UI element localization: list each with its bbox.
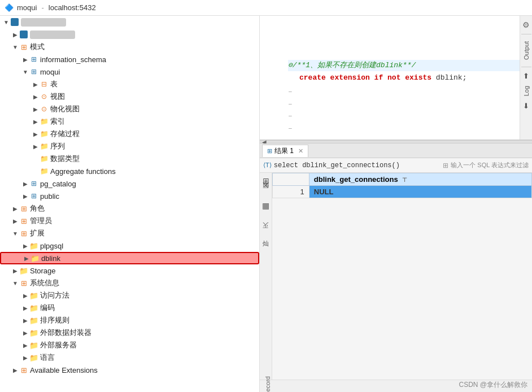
tree-label-admins: 管理员 bbox=[30, 216, 52, 226]
tree-item-fdw[interactable]: ▶ 📁 外部数据封装器 bbox=[0, 326, 259, 339]
record-bar: Record bbox=[260, 380, 532, 392]
tree-item-procs[interactable]: ▶ 📁 存储过程 bbox=[0, 128, 259, 140]
output-tab[interactable]: Output bbox=[522, 39, 531, 62]
roles-arrow: ▶ bbox=[11, 204, 19, 212]
table-row[interactable]: 1 NULL bbox=[273, 186, 532, 198]
tree-label-fdw: 外部数据封装器 bbox=[40, 328, 91, 338]
tree-item-aggfuncs[interactable]: ▶ 📁 Aggregate functions bbox=[0, 165, 259, 177]
tree-item-moqui[interactable]: ▼ ⊞ moqui bbox=[0, 66, 259, 78]
settings-icon[interactable]: ⚙ bbox=[522, 20, 530, 29]
sysinfo-arrow: ▼ bbox=[11, 279, 19, 287]
procs-icon: 📁 bbox=[40, 129, 49, 138]
tree-item-avail-ext[interactable]: ▶ ⊞ Available Extensions bbox=[0, 364, 259, 376]
download-icon[interactable]: ⬇ bbox=[523, 102, 529, 110]
app-icon: 🔷 bbox=[5, 3, 14, 12]
datatypes-icon: 📁 bbox=[40, 154, 49, 163]
tree-item-sysinfo[interactable]: ▼ ⊞ 系统信息 bbox=[0, 277, 259, 289]
result-tab-1[interactable]: ⊞ 结果 1 ✕ bbox=[262, 145, 308, 157]
sql-sort-icon: ⊞ bbox=[443, 162, 448, 169]
tree-item-languages[interactable]: ▶ 📁 语言 bbox=[0, 351, 259, 364]
indexes-arrow: ▶ bbox=[32, 117, 40, 125]
tables-icon: ⊟ bbox=[40, 80, 49, 89]
tree-item-public[interactable]: ▶ ⊞ public bbox=[0, 190, 259, 202]
tree-item-schemas[interactable]: ▼ ⊞ 模式 bbox=[0, 41, 259, 53]
tree-item-dblink[interactable]: ▶ 📁 dblink bbox=[0, 252, 259, 264]
editor-line-1: ⊖/**1、如果不存在则创建dblink**/ bbox=[288, 60, 527, 71]
mat-views-arrow: ▶ bbox=[32, 105, 40, 113]
collapse-icon[interactable]: 灿 bbox=[261, 238, 270, 249]
tree-label-server2 bbox=[30, 31, 75, 39]
tree-item-server2[interactable]: ▶ bbox=[0, 28, 259, 41]
tree-label-foreign-servers: 外部服务器 bbox=[40, 340, 77, 350]
tree-item-plpgsql[interactable]: ▶ 📁 plpgsql bbox=[0, 239, 259, 252]
moqui-arrow: ▼ bbox=[21, 68, 29, 76]
pg-catalog-arrow: ▶ bbox=[21, 180, 29, 188]
tree-item-storage[interactable]: ▶ 📁 Storage bbox=[0, 264, 259, 277]
admins-arrow: ▶ bbox=[11, 217, 19, 225]
info-schema-icon: ⊞ bbox=[29, 55, 38, 64]
storage-icon: 📁 bbox=[19, 266, 28, 275]
tree-label-pg-catalog: pg_catalog bbox=[40, 180, 76, 188]
record-label: Record bbox=[264, 376, 271, 392]
tree-label-storage: Storage bbox=[30, 267, 56, 275]
side-toolbar: ⚙ Output ⬆ Log ⬇ bbox=[520, 16, 532, 140]
left-panel-tree: ▼ ▶ ▼ ⊞ 模式 ▶ ⊞ informa bbox=[0, 16, 260, 392]
tree-item-pg-catalog[interactable]: ▶ ⊞ pg_catalog bbox=[0, 177, 259, 190]
tree-item-encoding[interactable]: ▶ 📁 编码 bbox=[0, 302, 259, 314]
schemas-icon: ⊞ bbox=[19, 42, 28, 51]
expand-icon[interactable]: 灭 bbox=[260, 232, 271, 234]
table-icon[interactable]: ▦ bbox=[261, 200, 271, 211]
tree-item-access-methods[interactable]: ▶ 📁 访问方法 bbox=[0, 289, 259, 302]
tree-label-info-schema: information_schema bbox=[40, 55, 106, 64]
tree-item-extensions[interactable]: ▼ ⊞ 扩展 bbox=[0, 227, 259, 239]
log-tab[interactable]: Log bbox=[522, 84, 531, 98]
public-icon: ⊞ bbox=[29, 191, 38, 201]
result-tab-close-icon[interactable]: ✕ bbox=[298, 147, 303, 155]
tree-label-moqui: moqui bbox=[40, 68, 60, 76]
extensions-icon: ⊞ bbox=[19, 229, 28, 238]
tree-label-languages: 语言 bbox=[40, 352, 55, 363]
tree-item-datatypes[interactable]: ▶ 📁 数据类型 bbox=[0, 153, 259, 165]
row-number-header bbox=[273, 173, 309, 186]
foreign-servers-arrow: ▶ bbox=[21, 341, 29, 349]
tree-item-tables[interactable]: ▶ ⊟ 表 bbox=[0, 78, 259, 90]
column-filter-icon[interactable]: ⊤ bbox=[402, 177, 407, 183]
title-separator: - bbox=[41, 3, 43, 12]
tree-item-mat-views[interactable]: ▶ ⊙ 物化视图 bbox=[0, 103, 259, 115]
tree-label-plpgsql: plpgsql bbox=[40, 242, 63, 250]
tree-label-encoding: 编码 bbox=[40, 303, 55, 313]
tree-item-views[interactable]: ▶ ⊙ 视图 bbox=[0, 90, 259, 103]
column-header-text: dblink_get_connections bbox=[314, 175, 398, 184]
tree-label-dblink: dblink bbox=[41, 254, 60, 263]
tree-label-indexes: 索引 bbox=[50, 116, 65, 127]
tree-label-schemas: 模式 bbox=[30, 42, 45, 52]
tree-item-sequences[interactable]: ▶ 📁 序列 bbox=[0, 140, 259, 153]
result-tab-icon: ⊞ bbox=[267, 147, 272, 155]
tree-item-foreign-servers[interactable]: ▶ 📁 外部服务器 bbox=[0, 339, 259, 351]
expand-arrow2: ▶ bbox=[11, 31, 19, 38]
sort-rules-icon: 📁 bbox=[29, 316, 38, 325]
tree-item-sort-rules[interactable]: ▶ 📁 排序规则 bbox=[0, 314, 259, 326]
tree-item-roles[interactable]: ▶ ⊞ 角色 bbox=[0, 202, 259, 215]
grid-icon[interactable]: ⊞ bbox=[261, 175, 271, 186]
row-number-cell: 1 bbox=[273, 186, 309, 198]
dash-3: – bbox=[288, 111, 293, 122]
tree-label-roles: 角色 bbox=[30, 203, 45, 214]
plpgsql-icon: 📁 bbox=[29, 241, 38, 250]
tree-item-admins[interactable]: ▶ ⊞ 管理员 bbox=[0, 215, 259, 227]
column-header-dblink[interactable]: dblink_get_connections ⊤ bbox=[309, 173, 531, 186]
tree-label-public: public bbox=[40, 192, 59, 201]
tree-label-extensions: 扩展 bbox=[30, 228, 45, 238]
tree-item-info-schema[interactable]: ▶ ⊞ information_schema bbox=[0, 53, 259, 66]
editor-content[interactable]: ⊖/**1、如果不存在则创建dblink**/ create extension… bbox=[260, 16, 532, 140]
upload-icon[interactable]: ⬆ bbox=[523, 72, 529, 80]
tree-item-server1[interactable]: ▼ bbox=[0, 16, 259, 28]
sql-icon: ⟨T⟩ bbox=[263, 162, 272, 169]
editor-dashes: – – – – bbox=[288, 86, 527, 134]
tables-arrow: ▶ bbox=[32, 80, 40, 88]
tree-label-datatypes: 数据类型 bbox=[50, 154, 80, 164]
tree-label-tables: 表 bbox=[50, 79, 58, 89]
dash-1: – bbox=[288, 86, 293, 98]
mat-views-icon: ⊙ bbox=[40, 104, 49, 114]
tree-item-indexes[interactable]: ▶ 📁 索引 bbox=[0, 115, 259, 128]
